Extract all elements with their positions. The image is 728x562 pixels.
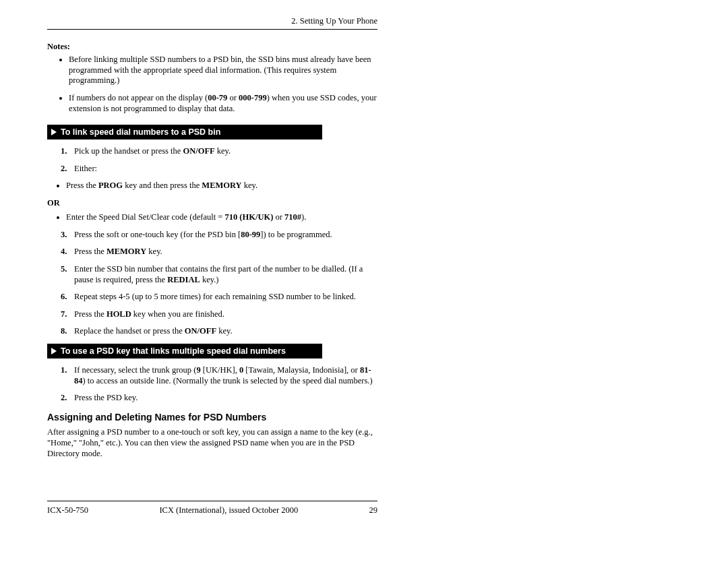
step-5: 5. Enter the SSD bin number that contain… xyxy=(61,264,377,285)
triangle-right-icon xyxy=(51,348,57,354)
footer-rule xyxy=(47,501,377,501)
step-number: 7. xyxy=(61,309,74,320)
text: Enter the Speed Dial Set/Clear code (def… xyxy=(66,212,224,222)
substep: Enter the Speed Dial Set/Clear code (def… xyxy=(66,212,377,223)
substep-list: Enter the Speed Dial Set/Clear code (def… xyxy=(66,212,377,223)
body-paragraph: After assigning a PSD number to a one-to… xyxy=(47,427,377,460)
text: Press the xyxy=(74,309,107,319)
bold: 710 (HK/UK) xyxy=(224,212,273,222)
step-number: 2. xyxy=(61,393,74,404)
text: key.) xyxy=(200,275,219,284)
step-number: 1. xyxy=(61,146,74,157)
page-footer: ICX-50-750 ICX (International), issued O… xyxy=(47,501,377,516)
text: key. xyxy=(242,181,258,190)
bold: ON/OFF xyxy=(185,326,216,336)
step-number: 8. xyxy=(61,326,74,337)
or-divider: OR xyxy=(47,198,377,208)
step-8: 8. Replace the handset or press the ON/O… xyxy=(61,326,377,337)
page-number: 29 xyxy=(369,505,378,516)
step-body: Press the MEMORY key. xyxy=(74,247,377,257)
chapter-header: 2. Setting Up Your Phone xyxy=(47,16,377,26)
bold: HOLD xyxy=(107,309,131,319)
step-3: 3. Press the soft or one-touch key (for … xyxy=(61,230,377,241)
substep-list: Press the PROG key and then press the ME… xyxy=(66,181,377,191)
notes-item-text: If numbers do not appear on the display … xyxy=(69,93,377,113)
step-body: Replace the handset or press the ON/OFF … xyxy=(74,326,377,337)
step-body: If necessary, select the trunk group (9 … xyxy=(74,365,377,386)
step-body: Pick up the handset or press the ON/OFF … xyxy=(74,146,377,157)
task-bar-link-psd: To link speed dial numbers to a PSD bin xyxy=(47,125,322,139)
document-page: 2. Setting Up Your Phone Notes: Before l… xyxy=(47,16,377,460)
bold: 80-99 xyxy=(241,230,260,239)
step-1: 1. Pick up the handset or press the ON/O… xyxy=(61,146,377,157)
text: [Tawain, Malaysia, Indonisia], or xyxy=(243,365,360,375)
steps-list-2: 1. If necessary, select the trunk group … xyxy=(61,365,377,404)
step-body: Either: xyxy=(74,164,377,175)
step-number: 6. xyxy=(61,292,74,303)
text: Replace the handset or press the xyxy=(74,326,185,336)
step-6: 6. Repeat steps 4-5 (up to 5 more times)… xyxy=(61,292,377,303)
step-number: 5. xyxy=(61,264,74,285)
step-body: Press the soft or one-touch key (for the… xyxy=(74,230,377,241)
step-body: Press the PSD key. xyxy=(74,393,377,404)
step-number: 3. xyxy=(61,230,74,241)
bold: REDIAL xyxy=(167,275,200,284)
text: ) to access an outside line. (Normally t… xyxy=(83,376,373,385)
notes-list: Before linking multiple SSD numbers to a… xyxy=(69,55,377,114)
step-number: 2. xyxy=(61,164,74,175)
text: Pick up the handset or press the xyxy=(74,146,183,156)
notes-item: Before linking multiple SSD numbers to a… xyxy=(69,55,377,86)
steps-list-1: 1. Pick up the handset or press the ON/O… xyxy=(61,146,377,174)
triangle-right-icon xyxy=(51,129,57,135)
step-body: Press the HOLD key when you are finished… xyxy=(74,309,377,320)
text: Press the xyxy=(66,181,98,190)
header-rule xyxy=(47,29,377,30)
footer-center: ICX (International), issued October 2000 xyxy=(88,505,369,516)
substep: Press the PROG key and then press the ME… xyxy=(66,181,377,191)
step-body: Enter the SSD bin number that contains t… xyxy=(74,264,377,285)
bold: PROG xyxy=(98,181,123,190)
text: Press the xyxy=(74,247,107,256)
text: key. xyxy=(215,146,231,156)
step-2: 2. Either: xyxy=(61,164,377,175)
step-2: 2. Press the PSD key. xyxy=(61,393,377,404)
text: If necessary, select the trunk group ( xyxy=(74,365,196,375)
footer-line: ICX-50-750 ICX (International), issued O… xyxy=(47,505,377,516)
task-bar-use-psd: To use a PSD key that links multiple spe… xyxy=(47,344,322,358)
text: key when you are finished. xyxy=(131,309,224,319)
step-7: 7. Press the HOLD key when you are finis… xyxy=(61,309,377,320)
step-body: Repeat steps 4-5 (up to 5 more times) fo… xyxy=(74,292,377,303)
text: key. xyxy=(216,326,233,336)
section-heading: Assigning and Deleting Names for PSD Num… xyxy=(47,412,377,423)
text: ). xyxy=(301,212,306,222)
bold: MEMORY xyxy=(107,247,146,256)
step-number: 1. xyxy=(61,365,74,386)
bold: 710# xyxy=(284,212,301,222)
text: ]) to be programmed. xyxy=(260,230,332,239)
text: Press the soft or one-touch key (for the… xyxy=(74,230,241,239)
step-1: 1. If necessary, select the trunk group … xyxy=(61,365,377,386)
bold: MEMORY xyxy=(202,181,241,190)
text: or xyxy=(273,212,284,222)
notes-item: If numbers do not appear on the display … xyxy=(69,93,377,114)
bold: ON/OFF xyxy=(183,146,214,156)
task-bar-label: To use a PSD key that links multiple spe… xyxy=(61,346,286,356)
step-4: 4. Press the MEMORY key. xyxy=(61,247,377,257)
text: key. xyxy=(146,247,162,256)
task-bar-label: To link speed dial numbers to a PSD bin xyxy=(61,127,220,137)
step-number: 4. xyxy=(61,247,74,257)
notes-label: Notes: xyxy=(47,42,377,52)
text: [UK/HK], xyxy=(201,365,239,375)
footer-left: ICX-50-750 xyxy=(47,505,88,516)
steps-list-1b: 3. Press the soft or one-touch key (for … xyxy=(61,230,377,337)
text: key and then press the xyxy=(123,181,202,190)
